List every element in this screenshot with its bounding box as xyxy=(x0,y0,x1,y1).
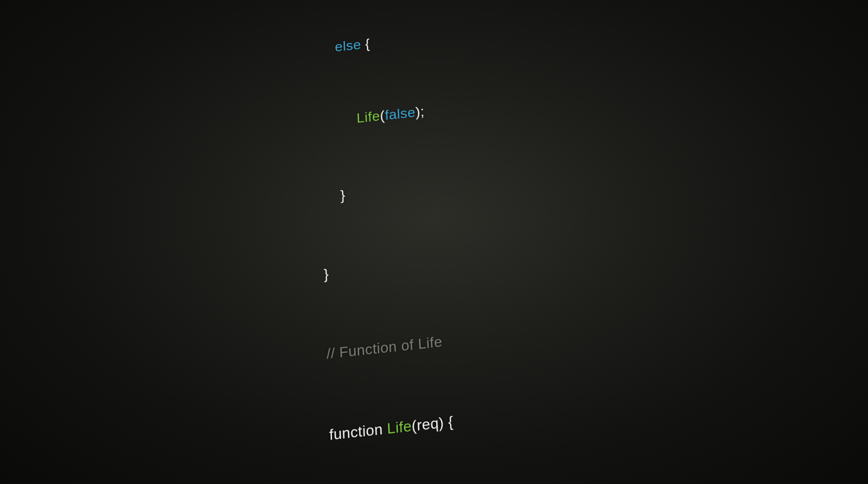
code-line: if (req) { xyxy=(332,482,568,484)
bool-false: false xyxy=(384,104,416,123)
code-line: function Life(req) { xyxy=(329,400,562,445)
code-poster: Your Life // Your Birth $duration = rand… xyxy=(295,0,624,484)
kw-else: else xyxy=(334,37,361,54)
kw-function: function xyxy=(329,420,387,443)
code-line: else { xyxy=(316,18,535,58)
comment-func: // Function of Life xyxy=(326,333,442,362)
fn-life-def: Life xyxy=(387,418,412,437)
code-line: } xyxy=(324,241,551,284)
code-line: } xyxy=(321,165,545,207)
code-line: Life(false); xyxy=(318,90,540,132)
fn-life: Life xyxy=(356,108,380,126)
code-line: // Function of Life xyxy=(326,320,556,364)
